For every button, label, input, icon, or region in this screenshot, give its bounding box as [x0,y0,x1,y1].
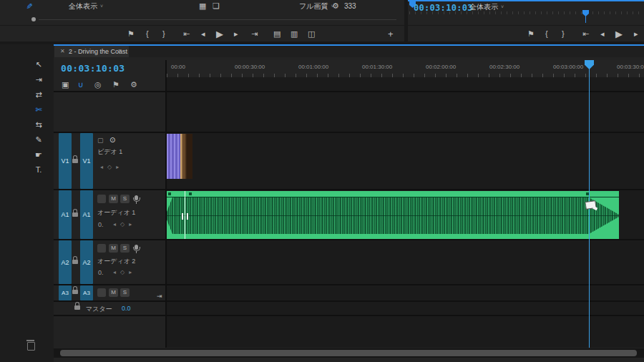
source-zoom-knob[interactable] [31,17,36,21]
zoom-value[interactable]: 333 [344,3,356,10]
export-frame-icon[interactable]: ◫ [308,30,315,38]
time-ruler[interactable]: 00:00 00:00:30:00 00:01:00:00 00:01:30:0… [167,60,644,78]
go-to-out-icon[interactable]: ⇥ [251,30,258,38]
mute-button-a3[interactable]: M [109,288,118,297]
timeline-settings-icon[interactable]: ⚙ [130,81,137,89]
program-fit-dropdown[interactable]: 全体表示˅ [469,4,504,11]
export-icon[interactable]: ❏ [213,2,220,10]
slip-tool[interactable]: ⇆ [31,117,46,132]
keyframe-nav[interactable]: ◂◇▸ [113,222,136,228]
solo-button-a1[interactable]: S [120,195,130,203]
track-lock-icon[interactable] [72,260,78,264]
add-marker-icon[interactable]: ⚑ [127,30,135,38]
track-target-a1[interactable]: A1 [80,190,93,239]
kf-next-icon[interactable]: ▸ [116,164,123,170]
mute-button-a2[interactable]: M [109,244,118,253]
audio-clip[interactable] [167,191,619,239]
nest-toggle-icon[interactable]: ▣ [62,81,69,89]
timeline-timecode[interactable]: 00:03:10:03 [61,63,125,74]
kf-next-icon[interactable]: ▸ [129,269,136,275]
source-scrub-line[interactable] [39,19,396,20]
track-lock-icon[interactable] [72,290,78,294]
keyframe-nav[interactable]: ◂◇▸ [113,270,136,275]
mute-button-a1[interactable]: M [109,195,118,203]
kf-add-icon[interactable]: ◇ [107,164,116,170]
play-button-icon[interactable]: ▶ [216,29,223,39]
mark-in-icon[interactable]: { [545,30,548,38]
add-marker-icon[interactable]: ⚑ [112,81,119,89]
volume-rubber-band[interactable] [167,197,619,197]
video-clip[interactable] [167,134,192,179]
solo-button-a2[interactable]: S [120,244,130,253]
kf-prev-icon[interactable]: ◂ [113,221,120,228]
track-name-a2[interactable]: オーディオ 2 [97,257,135,266]
track-volume-a1[interactable]: 0. [98,221,104,228]
track-lock-icon[interactable] [72,212,78,217]
pen-tool[interactable]: ✎ [31,132,46,147]
mark-out-icon[interactable]: } [162,30,165,38]
trash-icon[interactable] [27,342,35,351]
mark-in-icon[interactable]: { [146,30,149,38]
step-back-icon[interactable]: ◂ [201,30,205,38]
pen-edit-icon[interactable]: ✎ [24,3,34,9]
play-button-icon[interactable]: ▶ [615,29,623,39]
program-mini-ruler[interactable] [409,11,644,14]
source-patch-a1[interactable]: A1 [59,190,72,239]
source-patch-v1[interactable]: V1 [59,133,72,189]
hand-tool[interactable]: ☛ [31,147,46,162]
track-target-a3[interactable]: A3 [80,285,93,300]
button-editor-plus-icon[interactable]: + [388,29,394,39]
write-keyframes-icon[interactable]: ⇥ [157,293,162,300]
source-patch-a3[interactable]: A3 [59,285,72,300]
step-back-icon[interactable]: ◂ [600,30,605,38]
add-marker-icon[interactable]: ⚑ [527,30,535,38]
track-output-eye-icon[interactable]: ⊙ [109,137,115,144]
track-name-master[interactable]: マスター [86,305,112,314]
snap-toggle-icon[interactable]: ∪ [78,81,84,89]
track-meter-icon[interactable] [97,244,106,253]
track-target-a2[interactable]: A2 [80,240,93,284]
sync-lock-icon[interactable]: ▢ [97,137,104,144]
track-name-v1[interactable]: ビデオ 1 [97,147,122,157]
track-meter-icon[interactable] [97,195,106,203]
mark-out-icon[interactable]: } [562,30,565,38]
type-tool[interactable]: T. [31,162,46,177]
kf-add-icon[interactable]: ◇ [120,269,129,275]
tab-close-icon[interactable]: ✕ [60,49,65,54]
master-volume[interactable]: 0.0 [122,305,131,312]
source-patch-a2[interactable]: A2 [59,240,72,284]
voiceover-mic-icon[interactable] [135,245,138,250]
wrench-icon[interactable]: ⚙ [332,2,339,10]
extract-icon[interactable]: ▥ [291,30,298,38]
track-select-tool[interactable]: ⇥ [31,72,46,87]
voiceover-mic-icon[interactable] [135,195,138,200]
track-meter-icon[interactable] [97,288,106,297]
edit-handle[interactable] [182,213,183,220]
monitor-settings-icon[interactable]: ▦ [199,2,206,10]
selection-tool[interactable]: ↖ [31,57,46,72]
playback-quality-dropdown[interactable]: フル画質˅ [299,3,334,10]
panel-menu-icon[interactable]: ≡ [118,48,122,54]
source-fit-dropdown[interactable]: 全体表示˅ [69,3,103,10]
track-lock-icon[interactable] [72,159,78,163]
kf-add-icon[interactable]: ◇ [120,221,129,228]
track-target-v1[interactable]: V1 [80,133,93,189]
kf-prev-icon[interactable]: ◂ [100,164,107,170]
edit-handle[interactable] [187,213,188,220]
track-name-a1[interactable]: オーディオ 1 [97,208,135,217]
kf-prev-icon[interactable]: ◂ [113,269,120,275]
lift-icon[interactable]: ▤ [273,30,280,38]
razor-tool[interactable]: ✄ [31,102,46,117]
keyframe-nav[interactable]: ◂◇▸ [100,165,123,170]
go-to-in-icon[interactable]: ⇤ [183,30,190,38]
solo-button-a3[interactable]: S [120,288,130,297]
kf-next-icon[interactable]: ▸ [129,221,136,228]
go-to-in-icon[interactable]: ⇤ [582,30,589,38]
track-volume-a2[interactable]: 0. [98,269,104,276]
linked-selection-icon[interactable]: ◎ [94,81,102,89]
ripple-edit-tool[interactable]: ⇄ [31,87,46,102]
through-edit-line[interactable] [185,191,185,239]
step-forward-icon[interactable]: ▸ [234,30,238,38]
track-lock-icon[interactable] [74,305,80,310]
step-forward-icon[interactable]: ▸ [634,30,638,38]
